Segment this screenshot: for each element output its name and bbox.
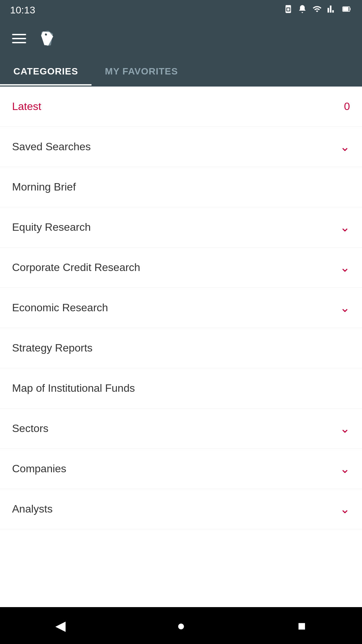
list-item-latest[interactable]: Latest 0: [0, 87, 362, 127]
list-item-companies[interactable]: Companies ⌄: [0, 449, 362, 489]
categories-list: Latest 0 Saved Searches ⌄ Morning Brief …: [0, 87, 362, 529]
chevron-down-icon: ⌄: [340, 262, 350, 274]
app-logo: [36, 29, 56, 49]
latest-label: Latest: [12, 100, 41, 113]
list-item-economic-research[interactable]: Economic Research ⌄: [0, 288, 362, 328]
nav-back-button[interactable]: ◀: [47, 612, 74, 639]
analysts-label: Analysts: [12, 503, 53, 515]
chevron-down-icon: ⌄: [340, 221, 350, 233]
svg-rect-2: [287, 8, 290, 11]
notification-icon: [298, 4, 307, 16]
list-item-corporate-credit-research[interactable]: Corporate Credit Research ⌄: [0, 248, 362, 288]
chevron-down-icon: ⌄: [340, 141, 350, 153]
nav-home-button[interactable]: ●: [168, 612, 194, 639]
list-item-saved-searches[interactable]: Saved Searches ⌄: [0, 127, 362, 167]
status-time: 10:13: [10, 4, 35, 16]
nav-recent-button[interactable]: ■: [288, 612, 315, 639]
map-institutional-funds-label: Map of Institutional Funds: [12, 382, 135, 394]
tab-categories[interactable]: CATEGORIES: [0, 57, 92, 86]
economic-research-label: Economic Research: [12, 302, 108, 314]
tab-my-favorites[interactable]: MY FAVORITES: [92, 57, 191, 86]
equity-research-label: Equity Research: [12, 221, 91, 233]
list-item-equity-research[interactable]: Equity Research ⌄: [0, 207, 362, 248]
morning-brief-label: Morning Brief: [12, 181, 76, 193]
list-item-analysts[interactable]: Analysts ⌄: [0, 489, 362, 529]
companies-label: Companies: [12, 463, 66, 475]
signal-icon: [327, 4, 337, 16]
list-item-sectors[interactable]: Sectors ⌄: [0, 409, 362, 449]
nav-bar: ◀ ● ■: [0, 607, 362, 644]
strategy-reports-label: Strategy Reports: [12, 342, 93, 354]
hamburger-line-1: [12, 34, 26, 35]
list-item-map-institutional-funds[interactable]: Map of Institutional Funds: [0, 368, 362, 409]
chevron-down-icon: ⌄: [340, 503, 350, 515]
saved-searches-label: Saved Searches: [12, 141, 91, 153]
list-item-morning-brief[interactable]: Morning Brief: [0, 167, 362, 207]
latest-count: 0: [344, 100, 350, 113]
sectors-label: Sectors: [12, 422, 48, 435]
chevron-down-icon: ⌄: [340, 463, 350, 475]
hamburger-menu-button[interactable]: [12, 34, 26, 43]
status-icons: [284, 4, 352, 16]
svg-rect-5: [343, 7, 349, 11]
hamburger-line-3: [12, 42, 26, 43]
corporate-credit-research-label: Corporate Credit Research: [12, 261, 140, 274]
sim-icon: [284, 4, 293, 16]
status-bar: 10:13: [0, 0, 362, 20]
list-item-strategy-reports[interactable]: Strategy Reports: [0, 328, 362, 368]
svg-rect-4: [350, 8, 350, 10]
hamburger-line-2: [12, 38, 26, 39]
chevron-down-icon: ⌄: [340, 423, 350, 435]
chevron-down-icon: ⌄: [340, 302, 350, 314]
tabs-container: CATEGORIES MY FAVORITES: [0, 57, 362, 87]
battery-icon: [341, 4, 352, 16]
wifi-icon: [312, 4, 322, 16]
app-bar: [0, 20, 362, 57]
